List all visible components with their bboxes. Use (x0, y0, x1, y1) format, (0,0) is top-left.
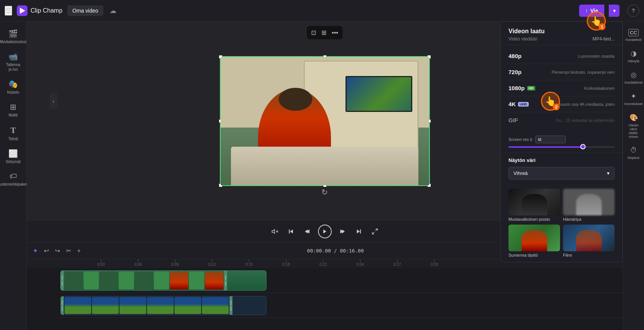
sidebar-item-library-label: kirjasto (7, 90, 19, 95)
transitions-icon: ⬜ (8, 149, 18, 158)
screen-res-track (508, 146, 583, 148)
screen-res-label: Screen res ö (508, 137, 532, 142)
frame-fwd-button[interactable] (354, 226, 364, 236)
track-row-2 (60, 293, 623, 318)
ruler-mark-4: 0:15 (245, 259, 253, 267)
project-name-button[interactable]: Oma video (67, 5, 104, 16)
clip-2-thumbnails (64, 296, 229, 315)
record-icon: 📹 (8, 52, 18, 61)
thumb-mustavalkoinen[interactable]: Mustavalkoinen poisto (508, 189, 560, 222)
thumb-sumenna-tayto[interactable]: Sumenna täyttö (508, 225, 560, 257)
sidebar-item-media[interactable]: 🎬 Mediatiedostosi (1, 26, 26, 47)
more-options-button[interactable]: ••• (330, 28, 340, 38)
fullscreen-button[interactable] (370, 226, 380, 236)
sidebar-item-enhance[interactable]: ✦ Korostukset (624, 89, 644, 109)
brand-icon: 🏷 (10, 172, 17, 181)
logo-icon (17, 5, 27, 16)
nayton-vari-section: Näytön väri Vihreä ▾ (501, 152, 622, 189)
magic-tool-button[interactable]: ✦ (31, 246, 39, 256)
track-row-1 (60, 268, 623, 293)
screen-fit-button[interactable]: ⊞ (320, 28, 328, 38)
screen-res-input[interactable] (535, 136, 566, 143)
collapse-left-button[interactable]: ‹ (50, 94, 57, 109)
preview-refresh-button[interactable]: ↻ (321, 188, 328, 197)
quality-desc-4k: e suurin osa 4K-mediasta, joten (555, 102, 615, 107)
quality-desc-gif: Fo... 15 sekuntia tai vähemmän (556, 118, 615, 123)
sidebar-item-fade[interactable]: ◑ Häivytä (624, 46, 644, 66)
clip-handle-left[interactable] (61, 271, 64, 290)
skip-back-button[interactable] (302, 226, 312, 236)
quality-label-480p: 480p (508, 53, 521, 59)
quality-option-4k[interactable]: 4K UHD e suurin osa 4K-mediasta, joten (501, 96, 622, 112)
clip-handle-right[interactable] (224, 271, 227, 290)
right-sidebar: CC Kuvateksti ◑ Häivytä ◎ Suodattimet ✦ … (623, 21, 644, 330)
thumb-label-filmi: Filmi (563, 253, 615, 257)
quality-option-720p[interactable]: 720p Pienempi tiedosto, nopeampi vien (501, 64, 622, 80)
skip-fwd-button[interactable] (338, 226, 348, 236)
sidebar-item-text-label: Teksti (8, 137, 18, 141)
thumb-preview-mustavalkoinen (508, 189, 560, 215)
undo-button[interactable]: ↩ (42, 246, 50, 256)
sidebar-item-speed[interactable]: ⏱ Nopeus (624, 143, 644, 163)
quality-option-480p[interactable]: 480p Luonnosten osaista (501, 48, 622, 64)
screen-res-slider[interactable] (508, 146, 615, 148)
thumb-preview-filmi (563, 225, 615, 251)
fade-icon: ◑ (631, 49, 637, 58)
quality-option-1080p[interactable]: 1080p HD Korkealaatuinen (501, 80, 622, 96)
add-clip-button[interactable]: + (76, 246, 82, 256)
sidebar-item-transitions[interactable]: ⬜ Siirtymät (1, 146, 26, 167)
filters-icon: ◎ (631, 71, 637, 79)
quality-panel-header: Videon laatu Video viedään MP4-tied... (501, 22, 622, 45)
sidebar-item-media-label: Mediatiedostosi (0, 40, 26, 44)
cloud-save-icon: ☁ (110, 6, 116, 15)
export-button[interactable]: ↑ Vie (579, 5, 604, 17)
app-title: Clip Champ (31, 7, 63, 14)
thumb-label-sumenna: Sumenna täyttö (508, 253, 560, 257)
export-dropdown-button[interactable]: ▾ (609, 5, 620, 17)
help-button[interactable]: ? (627, 5, 639, 17)
screen-res-thumb[interactable] (580, 144, 586, 149)
svg-marker-12 (357, 230, 360, 234)
fade-label: Häivytä (628, 59, 639, 63)
skip-fwd-icon (339, 228, 346, 235)
redo-button[interactable]: ↪ (53, 246, 61, 256)
video-clip-2[interactable] (60, 296, 266, 315)
sidebar-item-templates[interactable]: ⊞ Mallit (1, 99, 26, 121)
hamburger-menu-button[interactable]: ☰ (5, 6, 12, 16)
crop-button[interactable]: ⊡ (310, 28, 318, 38)
thumb-hamartya[interactable]: Hämärtya (563, 189, 615, 222)
sidebar-item-brand[interactable]: 🏷 Tuotemerkkipaketti (1, 169, 26, 190)
cut-button[interactable]: ✂ (65, 246, 73, 256)
sidebar-item-color-correct[interactable]: 🎨 Värien värin säätä-minen (624, 110, 644, 142)
thumb-filmi[interactable]: Filmi (563, 225, 615, 257)
ruler-mark-0: 0:03 (97, 259, 105, 267)
thumb-label-mustavalkoinen: Mustavalkoinen poisto (508, 217, 560, 222)
quality-label-720p: 720p (508, 69, 521, 75)
video-clip-1[interactable] (60, 270, 266, 291)
sidebar-item-record[interactable]: 📹 Tallennaja luo (1, 49, 26, 75)
color-correct-label: Värien värin säätä-minen (625, 123, 642, 139)
quality-label-4k: 4K UHD (508, 101, 529, 107)
frame-back-icon (287, 228, 294, 235)
clip-2-handle-left[interactable] (61, 296, 64, 315)
text-icon: T (10, 125, 16, 135)
svg-marker-2 (272, 230, 274, 234)
sidebar-item-library[interactable]: 🎭 kirjasto (1, 76, 26, 98)
sidebar-item-text[interactable]: T Teksti (1, 122, 26, 144)
play-button[interactable] (318, 225, 332, 238)
frame-back-button[interactable] (286, 226, 296, 236)
sidebar-item-transitions-label: Siirtymät (6, 160, 21, 164)
ruler-mark-3: 0:12 (208, 259, 216, 267)
mute-button[interactable] (270, 226, 280, 236)
help-icon: ? (632, 8, 635, 14)
nayton-vari-dropdown[interactable]: Vihreä ▾ (508, 167, 615, 180)
templates-icon: ⊞ (10, 102, 16, 112)
sidebar-item-subtitles[interactable]: CC Kuvateksti (624, 26, 644, 45)
app-logo: Clip Champ (17, 5, 63, 16)
sidebar-item-brand-label: Tuotemerkkipaketti (0, 182, 29, 187)
uhd-badge: UHD (518, 102, 529, 107)
clip-2-handle-right[interactable] (229, 296, 232, 315)
frame-fwd-icon (355, 228, 362, 235)
sidebar-item-filters[interactable]: ◎ Suodattimet (624, 68, 644, 87)
skip-back-icon (303, 228, 310, 235)
